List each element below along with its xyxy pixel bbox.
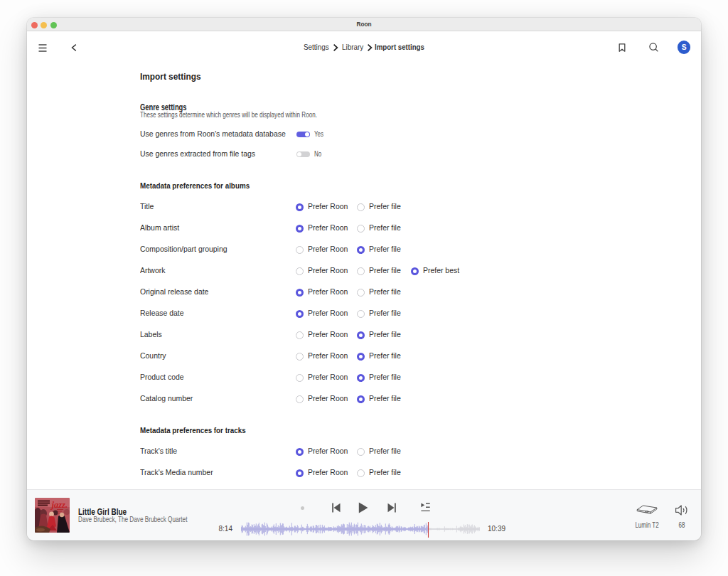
svg-text:jazz.: jazz.	[50, 500, 68, 510]
